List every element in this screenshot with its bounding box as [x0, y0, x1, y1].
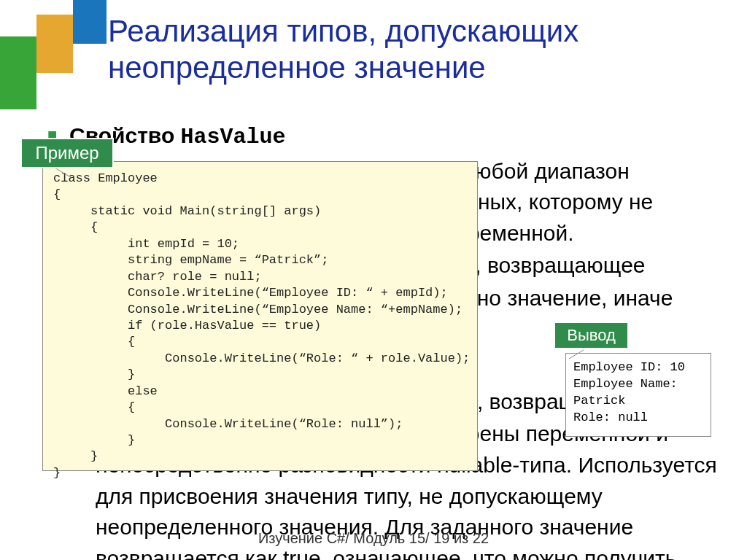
- decor-orange: [36, 15, 73, 73]
- callout-output: Вывод: [554, 322, 629, 349]
- decor-blue: [73, 0, 107, 44]
- slide-title: Реализация типов, допускающих неопределе…: [108, 13, 747, 87]
- output-box: Employee ID: 10 Employee Name: Patrick R…: [565, 353, 711, 437]
- decor-green: [0, 36, 36, 109]
- callout-example: Пример: [20, 138, 114, 168]
- section1-heading-code: HasValue: [181, 125, 286, 149]
- slide-footer: Изучение C#/ Модуль 15/ 19 из 22: [0, 530, 747, 547]
- code-box: class Employee { static void Main(string…: [42, 161, 478, 471]
